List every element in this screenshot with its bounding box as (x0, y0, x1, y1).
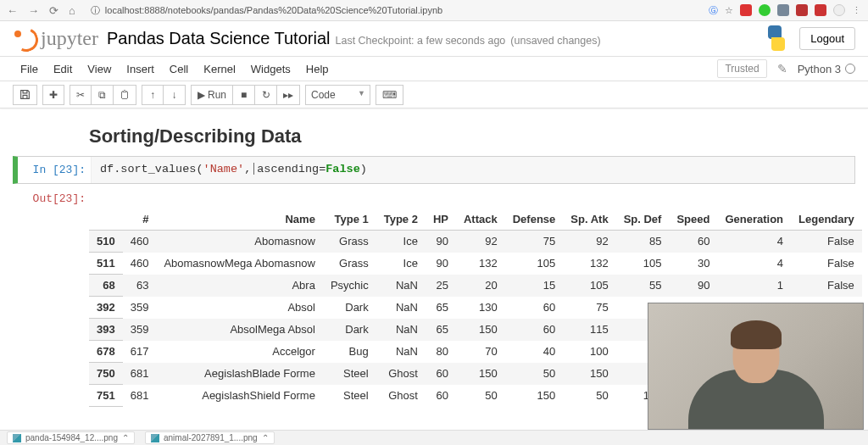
table-cell: Steel (323, 363, 376, 385)
jupyter-logo[interactable]: jupyter (13, 26, 98, 50)
table-cell: AegislashShield Forme (156, 385, 323, 407)
table-cell: 132 (456, 253, 505, 275)
save-button[interactable] (13, 85, 37, 105)
table-cell: 681 (123, 363, 157, 385)
table-cell: 75 (563, 297, 615, 319)
code-cell[interactable]: In [23]: df.sort_values('Name',ascending… (13, 156, 855, 184)
copy-button[interactable]: ⧉ (92, 85, 114, 105)
table-cell: Psychic (323, 275, 376, 297)
table-cell: 150 (456, 363, 505, 385)
table-cell: 63 (123, 275, 157, 297)
row-index: 511 (89, 253, 123, 275)
jupyter-logo-text: jupyter (41, 27, 98, 50)
row-index: 510 (89, 231, 123, 253)
table-cell: 150 (505, 385, 564, 407)
download-item[interactable]: panda-154984_12....png⌃ (7, 431, 135, 444)
restart-button[interactable]: ↻ (255, 85, 277, 105)
table-cell: Grass (323, 253, 376, 275)
menu-widgets[interactable]: Widgets (243, 59, 298, 79)
ext4-icon[interactable] (796, 4, 808, 16)
table-cell: 75 (505, 231, 564, 253)
menu-kernel[interactable]: Kernel (196, 59, 243, 79)
table-cell: 130 (456, 297, 505, 319)
table-cell: 60 (669, 231, 717, 253)
menu-file[interactable]: File (13, 59, 46, 79)
table-cell: 150 (456, 319, 505, 341)
table-cell: 25 (426, 275, 456, 297)
table-cell: 50 (456, 385, 505, 407)
table-cell: 60 (426, 385, 456, 407)
text-cursor-icon (253, 163, 254, 175)
url-bar[interactable]: ⓘ localhost:8888/notebooks/pandas/Pandas… (84, 3, 700, 19)
table-cell: Ice (376, 231, 426, 253)
table-cell: Steel (323, 385, 376, 407)
jupyter-logo-icon (13, 26, 36, 50)
table-cell: 105 (563, 275, 615, 297)
table-cell: Accelgor (156, 341, 323, 363)
table-cell: 150 (563, 363, 615, 385)
unsaved-text: (unsaved changes) (510, 35, 600, 47)
table-cell: Abomasnow (156, 231, 323, 253)
reload-icon[interactable]: ⟳ (49, 4, 58, 17)
table-cell: 4 (717, 253, 791, 275)
add-cell-button[interactable]: ✚ (42, 85, 64, 105)
url-text: localhost:8888/notebooks/pandas/Pandas%2… (105, 5, 442, 15)
move-up-button[interactable]: ↑ (142, 85, 164, 105)
menu-help[interactable]: Help (298, 59, 337, 79)
menu-cell[interactable]: Cell (162, 59, 196, 79)
table-cell: NaN (376, 341, 426, 363)
interrupt-button[interactable]: ■ (233, 85, 255, 105)
table-cell: 90 (426, 253, 456, 275)
paste-button[interactable]: 📋︎ (114, 85, 136, 105)
table-cell: 105 (505, 253, 564, 275)
table-cell: Grass (323, 231, 376, 253)
ext2-icon[interactable] (759, 4, 771, 16)
menu-icon[interactable]: ⋮ (852, 5, 861, 16)
table-cell: 60 (426, 363, 456, 385)
ext3-icon[interactable] (777, 4, 789, 16)
download-item[interactable]: animal-2027891_1....png⌃ (145, 431, 275, 444)
home-icon[interactable]: ⌂ (69, 4, 75, 17)
table-cell: 132 (563, 253, 615, 275)
menu-view[interactable]: View (80, 59, 119, 79)
kernel-indicator[interactable]: Python 3 (798, 63, 855, 75)
column-header: Attack (456, 209, 505, 231)
cell-type-select[interactable]: Code (305, 85, 370, 105)
jupyter-header: jupyter Pandas Data Science Tutorial Las… (0, 21, 868, 56)
menubar: File Edit View Insert Cell Kernel Widget… (0, 56, 868, 81)
logout-button[interactable]: Logout (799, 27, 855, 50)
back-icon[interactable]: ← (7, 4, 18, 17)
search-engine-icon[interactable]: Ⓖ (709, 4, 718, 17)
table-cell: 55 (616, 275, 670, 297)
column-header: Defense (505, 209, 564, 231)
markdown-cell[interactable]: Sorting/Describing Data (13, 117, 855, 156)
star-icon[interactable]: ☆ (725, 5, 733, 16)
menu-edit[interactable]: Edit (46, 59, 80, 79)
table-cell: Dark (323, 319, 376, 341)
toolbar: ✚ ✂ ⧉ 📋︎ ↑ ↓ ▶Run ■ ↻ ▸▸ Code ⌨ (0, 81, 868, 108)
table-cell: 50 (505, 363, 564, 385)
menu-insert[interactable]: Insert (119, 59, 162, 79)
ext1-icon[interactable] (740, 4, 752, 16)
run-button[interactable]: ▶Run (191, 85, 233, 105)
edit-icon[interactable]: ✎ (772, 62, 793, 75)
table-cell: 65 (426, 297, 456, 319)
table-cell: NaN (376, 297, 426, 319)
table-cell: 60 (505, 297, 564, 319)
restart-run-all-button[interactable]: ▸▸ (277, 85, 300, 105)
avatar-icon[interactable] (833, 4, 845, 16)
row-index: 750 (89, 363, 123, 385)
command-palette-button[interactable]: ⌨ (376, 85, 403, 105)
cut-button[interactable]: ✂ (70, 85, 92, 105)
notebook-title[interactable]: Pandas Data Science Tutorial (107, 29, 331, 48)
trusted-badge[interactable]: Trusted (717, 59, 766, 78)
ext5-icon[interactable] (815, 4, 826, 16)
row-index: 392 (89, 297, 123, 319)
forward-icon[interactable]: → (28, 4, 39, 17)
table-row: 510460AbomasnowGrassIce9092759285604Fals… (89, 231, 862, 253)
code-input[interactable]: df.sort_values('Name',ascending=False) (91, 157, 854, 183)
column-header: Generation (717, 209, 791, 231)
move-down-button[interactable]: ↓ (164, 85, 186, 105)
kernel-status-icon (845, 64, 855, 74)
column-header: Speed (669, 209, 717, 231)
